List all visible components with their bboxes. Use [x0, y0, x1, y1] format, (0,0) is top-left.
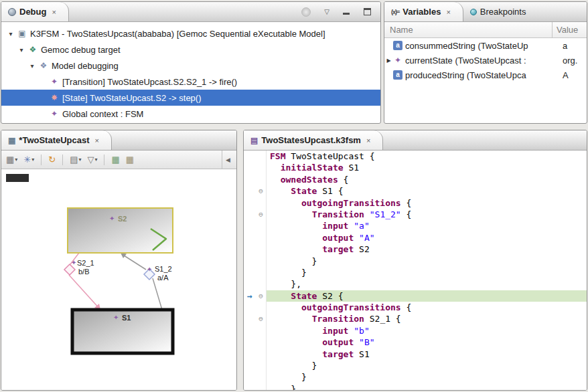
code-line[interactable]: }: [244, 383, 587, 391]
instruction-pointer-icon: →: [244, 290, 256, 302]
debug-tree-label: [State] TwoStateUpcast.S2 -> step(): [60, 93, 202, 103]
fold-gutter: [256, 325, 267, 336]
debug-tree-row[interactable]: ✦Global context : FSM: [1, 106, 380, 122]
annotation-gutter: [244, 232, 256, 243]
editor-tabbar: ▤ TwoStatesUpcast.k3fsm ×: [244, 130, 587, 151]
transition-s1-2-io: a/A: [157, 274, 169, 282]
layout-mode-icon[interactable]: ▦▾: [4, 154, 19, 165]
code-text: },: [267, 278, 587, 290]
dropdown-arrow-icon[interactable]: ▾: [78, 157, 81, 163]
debug-view: Debug × ▽ ▾▣K3FSM - TwoStatesUpcast(abab…: [1, 1, 381, 124]
collapse-palette-button[interactable]: ◀: [222, 151, 234, 169]
tab-k3fsm-file[interactable]: ▤ TwoStatesUpcast.k3fsm ×: [244, 130, 383, 150]
transition-s1-2-name: S1_2: [155, 265, 172, 273]
close-icon[interactable]: ×: [366, 136, 370, 144]
export-diagram-icon[interactable]: ▦: [109, 154, 121, 165]
maximize-icon[interactable]: [364, 8, 371, 15]
code-line[interactable]: input "a": [244, 220, 587, 231]
selection-mode-icon[interactable]: ✳▾: [21, 154, 36, 165]
transition-icon: ✦: [71, 259, 76, 266]
debug-tree-label: [Transition] TwoStateUpcast.S2.S2_1 -> f…: [60, 77, 237, 87]
variables-row[interactable]: ▶✦currentState (TwoStateUpcast :org.: [384, 53, 587, 68]
export-table-icon[interactable]: ▦: [124, 154, 136, 165]
fold-marker-icon[interactable]: ⊖: [256, 209, 267, 220]
diagram-tabbar: ▦ *TwoStateUpcast ×: [1, 130, 236, 151]
fold-gutter: [256, 256, 267, 267]
code-line[interactable]: outgoingTransitions {: [244, 302, 587, 313]
dropdown-arrow-icon[interactable]: ▾: [15, 157, 17, 163]
variable-name: consummedString (TwoStateUp: [405, 41, 557, 51]
fold-marker-icon[interactable]: ⊖: [256, 313, 267, 324]
minimize-icon[interactable]: [343, 8, 350, 15]
state-icon: ✦: [109, 215, 115, 222]
code-line[interactable]: ⊖ State S1 {: [244, 185, 587, 197]
code-line[interactable]: target S2: [244, 243, 587, 255]
code-line[interactable]: FSM TwoStateUpcast {: [244, 151, 587, 162]
row-expander-icon[interactable]: ▶: [384, 58, 393, 64]
annotation-gutter: [244, 243, 256, 255]
debug-tree-row[interactable]: ✦[Transition] TwoStateUpcast.S2.S2_1 -> …: [1, 74, 380, 90]
code-line[interactable]: input "b": [244, 325, 587, 336]
annotation-gutter: [244, 256, 256, 267]
tab-breakpoints[interactable]: Breakpoints: [463, 2, 533, 21]
column-header-value[interactable]: Value: [553, 25, 578, 35]
state-s1-node[interactable]: ✦ S1: [72, 310, 173, 353]
refresh-icon[interactable]: ↻: [46, 154, 58, 165]
transition-s1-2-edge[interactable]: [121, 253, 162, 310]
tree-expander-icon[interactable]: ▾: [27, 62, 38, 70]
code-line[interactable]: output "B": [244, 336, 587, 348]
debug-tree-row[interactable]: ✸[State] TwoStateUpcast.S2 -> step(): [1, 90, 380, 106]
launch-icon: ▣: [16, 29, 28, 38]
code-line[interactable]: target S1: [244, 349, 587, 360]
code-text: State S1 {: [267, 185, 587, 197]
close-icon[interactable]: ×: [52, 8, 56, 16]
annotation-gutter: [244, 197, 256, 209]
code-line[interactable]: outgoingTransitions {: [244, 197, 587, 209]
dropdown-arrow-icon[interactable]: ▾: [31, 157, 34, 163]
variables-row[interactable]: aconsummedString (TwoStateUpa: [384, 38, 587, 53]
code-line[interactable]: }: [244, 371, 587, 383]
code-text: target S1: [267, 349, 587, 360]
code-area[interactable]: FSM TwoStateUpcast { initialState S1 own…: [244, 151, 587, 391]
k3fsm-file-icon: ▤: [250, 136, 258, 145]
code-line[interactable]: initialState S1: [244, 162, 587, 173]
view-menu-icon[interactable]: ▽: [324, 8, 329, 15]
code-line[interactable]: }: [244, 256, 587, 267]
tab-diagram[interactable]: ▦ *TwoStateUpcast ×: [1, 130, 112, 150]
debug-tree-row[interactable]: ▾▣K3FSM - TwoStatesUpcast(abababa) [Gemo…: [1, 25, 380, 41]
debug-tree-row[interactable]: ▾❖Model debugging: [1, 58, 380, 74]
tab-variables[interactable]: (x)= Variables ×: [384, 2, 463, 21]
code-text: output "B": [267, 336, 587, 348]
code-line[interactable]: }: [244, 267, 587, 278]
export-table-icon: ▦: [126, 155, 134, 164]
k3fsm-editor: ▤ TwoStatesUpcast.k3fsm × FSM TwoStateUp…: [243, 130, 587, 391]
code-line[interactable]: }: [244, 360, 587, 371]
code-line[interactable]: →⊖ State S2 {: [244, 290, 587, 302]
tree-expander-icon[interactable]: ▾: [5, 30, 16, 37]
fold-marker-icon[interactable]: ⊖: [256, 185, 267, 197]
tree-expander-icon[interactable]: ▾: [16, 46, 27, 54]
code-line[interactable]: output "A": [244, 232, 587, 243]
layers-icon[interactable]: ▤▾: [68, 154, 83, 165]
column-header-name[interactable]: Name: [384, 25, 552, 35]
code-line[interactable]: },: [244, 278, 587, 290]
code-line[interactable]: ⊖ Transition "S1_2" {: [244, 209, 587, 220]
filters-icon[interactable]: ▽▾: [85, 154, 99, 165]
debug-tree-row[interactable]: ▾❖Gemoc debug target: [1, 41, 380, 58]
close-icon[interactable]: ×: [95, 136, 99, 144]
gear-icon[interactable]: [301, 7, 311, 17]
fold-marker-icon[interactable]: ⊖: [256, 290, 267, 302]
overview-widget[interactable]: [6, 174, 29, 182]
code-line[interactable]: ownedStates {: [244, 174, 587, 185]
tab-debug[interactable]: Debug ×: [1, 2, 69, 21]
variables-row[interactable]: aproducedString (TwoStateUpcaA: [384, 68, 587, 82]
code-line[interactable]: ⊖ Transition S2_1 {: [244, 313, 587, 324]
debug-target-icon: ❖: [27, 45, 39, 54]
thread-icon: ❖: [38, 61, 50, 70]
diagram-canvas[interactable]: ✦ S2 ✦ S1 ✦ S2_1 b/B ✦ S1_2 a/A: [1, 169, 236, 391]
state-s2-label: S2: [118, 215, 127, 223]
stack-frame-icon: ✦: [48, 77, 60, 86]
dropdown-arrow-icon[interactable]: ▾: [94, 157, 97, 163]
close-icon[interactable]: ×: [446, 8, 450, 16]
diagram-file-icon: ▦: [8, 136, 15, 145]
